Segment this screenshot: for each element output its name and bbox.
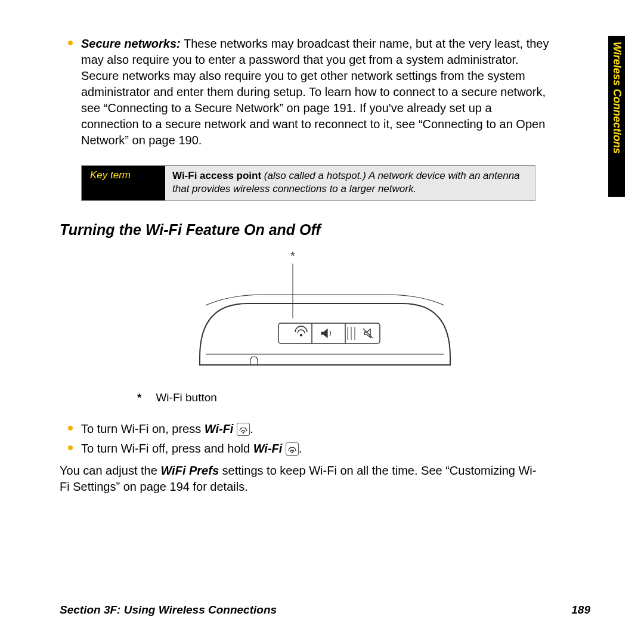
wifi-prefs-paragraph: You can adjust the WiFi Prefs settings t… <box>60 463 537 495</box>
wifi-button-icon <box>286 442 299 456</box>
svg-point-11 <box>243 432 244 434</box>
footer-page-number: 189 <box>571 603 590 617</box>
keyterm-term: Wi-Fi access point <box>172 170 261 181</box>
bullet-dot-icon <box>68 445 73 450</box>
bullet-wifi-off: To turn Wi-Fi off, press and hold Wi-Fi … <box>60 441 552 457</box>
prefs-pre: You can adjust the <box>60 464 160 477</box>
prefs-em: WiFi Prefs <box>160 464 219 477</box>
wifi-on-em: Wi-Fi <box>205 422 234 435</box>
section-heading: Turning the Wi-Fi Feature On and Off <box>60 221 590 239</box>
footer-section: Section 3F: Using Wireless Connections <box>60 603 277 617</box>
wifi-off-pre: To turn Wi-Fi off, press and hold <box>81 442 253 455</box>
svg-point-12 <box>292 452 293 453</box>
secure-networks-heading: Secure networks: <box>81 37 181 50</box>
wifi-off-em: Wi-Fi <box>253 442 283 455</box>
bullet-secure-networks: Secure networks: These networks may broa… <box>60 36 552 148</box>
keyterm-body: Wi-Fi access point (also called a hotspo… <box>165 166 535 200</box>
bullet-dot-icon <box>68 41 73 45</box>
page-footer: Section 3F: Using Wireless Connections 1… <box>60 603 590 617</box>
device-illustration: * <box>194 247 456 384</box>
keyterm-box: Key term Wi-Fi access point (also called… <box>81 165 535 201</box>
legend-star: * <box>137 391 141 404</box>
chapter-side-tab: Wireless Connections <box>608 36 625 197</box>
svg-text:*: * <box>290 249 295 262</box>
svg-point-5 <box>301 335 302 336</box>
wifi-on-pre: To turn Wi-Fi on, press <box>81 422 205 435</box>
device-figure: * <box>60 247 590 384</box>
keyterm-label: Key term <box>82 166 165 200</box>
wifi-button-icon <box>237 423 250 436</box>
figure-legend: * Wi-Fi button <box>137 391 590 404</box>
secure-networks-text: These networks may broadcast their name,… <box>81 37 549 147</box>
legend-text: Wi-Fi button <box>156 391 216 404</box>
bullet-wifi-on: To turn Wi-Fi on, press Wi-Fi . <box>60 421 552 437</box>
bullet-dot-icon <box>68 426 73 431</box>
